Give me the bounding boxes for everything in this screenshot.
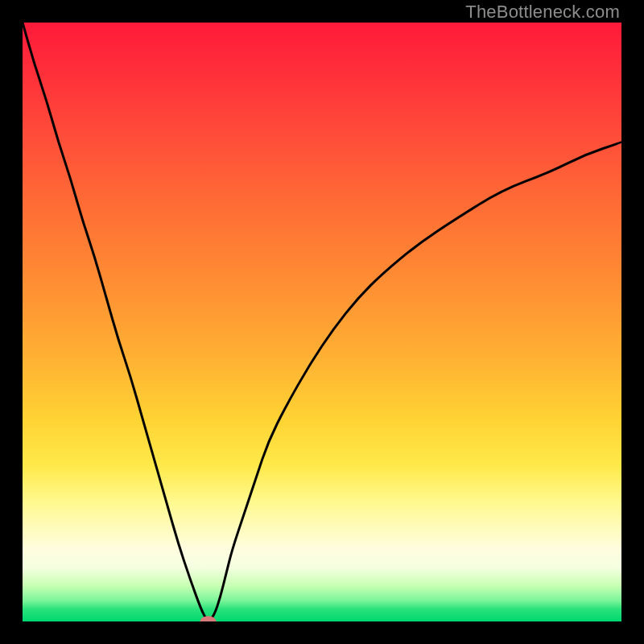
curve-svg	[23, 23, 621, 621]
bottleneck-curve	[23, 23, 621, 620]
plot-area	[23, 23, 621, 621]
watermark-text: TheBottleneck.com	[465, 2, 620, 23]
chart-frame: TheBottleneck.com	[0, 0, 644, 644]
minimum-marker	[200, 616, 217, 621]
